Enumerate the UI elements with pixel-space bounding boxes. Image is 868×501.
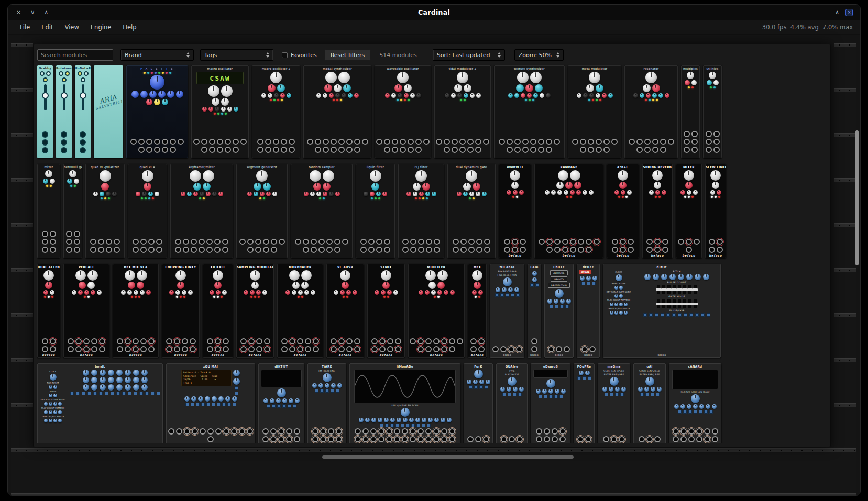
module-card[interactable]: evenVCObefaco bbox=[499, 164, 531, 258]
knob-icon bbox=[425, 290, 430, 295]
module-card[interactable]: utilities bbox=[703, 65, 722, 158]
module-card[interactable]: DUAL ATTENUVERTERbefaco bbox=[37, 264, 60, 358]
search-input[interactable] bbox=[37, 49, 113, 61]
module-card[interactable]: wavetable oscillator bbox=[375, 65, 431, 158]
jack-icon bbox=[696, 436, 702, 442]
module-body bbox=[57, 71, 71, 154]
module-card[interactable]: segment generator bbox=[236, 164, 288, 258]
module-card[interactable]: MIXERbefaco bbox=[676, 164, 702, 258]
module-card[interactable]: bordLCLOCKRUN RESETSTEPSKEY SCALE GATE S… bbox=[37, 363, 163, 443]
module-card[interactable]: Rotatoes bbox=[56, 65, 72, 158]
module-card[interactable]: A*B+Cbefaco bbox=[607, 164, 639, 258]
module-card[interactable]: SLEW LIMITERbefaco bbox=[705, 164, 726, 258]
menu-file[interactable]: File bbox=[14, 22, 36, 32]
module-card[interactable]: Grabby bbox=[37, 65, 53, 158]
app-badge-icon[interactable]: × bbox=[845, 9, 853, 16]
module-card[interactable]: dTrOYCLOCKRESET STEPSKEY SCALE GATE SLID… bbox=[603, 264, 721, 358]
module-card[interactable]: OUAIveTYPEPLAY MODEbIdoo bbox=[496, 363, 528, 443]
jack-icon bbox=[704, 428, 710, 435]
module-card[interactable]: multiples bbox=[681, 65, 700, 158]
module-card[interactable]: zOÙ MAÏPattern 0 : Track 0Steps/Len Spee… bbox=[166, 363, 255, 443]
favorites-checkbox[interactable] bbox=[282, 52, 288, 58]
zoom-dropdown[interactable]: Zoom: 50% bbox=[514, 49, 564, 61]
module-card[interactable]: modal synthesizer bbox=[303, 65, 371, 158]
knob-icon bbox=[503, 277, 512, 286]
jack-icon bbox=[66, 247, 72, 253]
module-card[interactable]: STMIXbefaco bbox=[367, 264, 405, 358]
module-card[interactable]: dFUZEdFUZEbIdoo bbox=[577, 264, 600, 358]
module-card[interactable]: quad VCA bbox=[128, 164, 167, 258]
window-close-icon[interactable]: × bbox=[16, 9, 21, 15]
module-card[interactable]: HEX MIX VCAbefaco bbox=[113, 264, 159, 358]
module-card[interactable]: SAMPLING MODULATORbefaco bbox=[236, 264, 274, 358]
module-label: UNI V/O FINE FM SCAN bbox=[392, 404, 419, 407]
vertical-scrollbar[interactable] bbox=[855, 130, 859, 265]
window-shade-icon[interactable]: ∨ bbox=[30, 9, 35, 15]
module-card[interactable]: cANARdREC G/T STRT LEN READbIdoo bbox=[669, 363, 721, 443]
module-card[interactable]: mixer bbox=[37, 164, 60, 258]
module-card[interactable]: KICKALLbefaco bbox=[203, 264, 233, 358]
module-card[interactable]: resonator bbox=[624, 65, 678, 158]
jack-icon bbox=[546, 247, 553, 253]
module-card[interactable]: ChUTEALTITUDEGRAVITYRESTITUTIONbIdoo bbox=[544, 264, 574, 358]
module-card[interactable]: LATebIdoo bbox=[528, 264, 541, 358]
module-card[interactable]: EQ filter bbox=[398, 164, 444, 258]
module-row: mixerbernoulli gatequad VC-polarizerquad… bbox=[37, 164, 827, 258]
module-card[interactable]: ForKbIdoo bbox=[464, 363, 493, 443]
knob-icon bbox=[354, 93, 359, 98]
led-icon bbox=[51, 296, 53, 298]
control-row bbox=[608, 196, 638, 198]
module-card[interactable]: dual dynamics gate bbox=[447, 164, 496, 258]
module-card[interactable]: CHOPPING KINKYbefaco bbox=[162, 264, 200, 358]
module-card[interactable]: meta modulator bbox=[568, 65, 621, 158]
control-row bbox=[578, 346, 598, 353]
module-card[interactable]: MUXLICERbefaco bbox=[408, 264, 465, 358]
module-card[interactable]: macro oscillatorCSAW bbox=[191, 65, 249, 158]
menu-engine[interactable]: Engine bbox=[85, 22, 117, 32]
module-card[interactable]: VC ADSRbefaco bbox=[326, 264, 364, 358]
module-card[interactable]: liquid filter bbox=[356, 164, 395, 258]
module-card[interactable]: liMonADeUNI V/O FINE FM SCANbIdoo bbox=[349, 363, 460, 443]
control-row: FM FREQ FINE bbox=[309, 370, 345, 372]
module-card[interactable]: POuPRebIdoo bbox=[574, 363, 595, 443]
module-card[interactable]: MORPHADERbefaco bbox=[277, 264, 323, 358]
module-card[interactable]: random sampler bbox=[291, 164, 353, 258]
menu-view[interactable]: View bbox=[59, 22, 85, 32]
brand-dropdown[interactable]: Brand bbox=[120, 49, 194, 61]
led-icon bbox=[656, 99, 658, 101]
module-card[interactable]: tidal modulator 2 bbox=[434, 65, 491, 158]
menu-edit[interactable]: Edit bbox=[36, 22, 59, 32]
sort-dropdown[interactable]: Sort: Last updated bbox=[433, 49, 505, 61]
menu-help[interactable]: Help bbox=[117, 22, 142, 32]
module-card[interactable]: ARIASALVATRICE bbox=[94, 65, 123, 158]
module-card[interactable]: texture synthesizer bbox=[494, 65, 565, 158]
knob-icon bbox=[687, 72, 694, 79]
jack-icon bbox=[74, 247, 80, 253]
favorites-label[interactable]: Favorites bbox=[291, 52, 317, 59]
knob-icon bbox=[263, 183, 271, 191]
jack-icon bbox=[376, 139, 382, 145]
module-card[interactable]: SPRING REVERBbefaco bbox=[642, 164, 673, 258]
module-card[interactable]: UnDuLaR bbox=[75, 65, 91, 158]
module-card[interactable]: bernoulli gate bbox=[63, 164, 82, 258]
titlebar-chevron-icon[interactable]: ∧ bbox=[835, 9, 839, 15]
jack-icon bbox=[240, 346, 247, 352]
module-card[interactable]: quad VC-polarizer bbox=[85, 164, 125, 258]
module-card[interactable]: MEXbefaco bbox=[468, 264, 487, 358]
tags-dropdown[interactable]: Tags bbox=[200, 49, 273, 61]
horizontal-scrollbar[interactable] bbox=[322, 455, 574, 459]
module-card[interactable]: tOCAnTeBPH BEATS BARFINE RESET RUNbIdoo bbox=[490, 264, 524, 358]
module-card[interactable]: macro oscillator 2 bbox=[252, 65, 300, 158]
module-card[interactable]: RAMPAGEbefaco bbox=[534, 164, 603, 258]
module-card[interactable]: PERCALLbefaco bbox=[63, 264, 109, 358]
module-card[interactable]: dIKT@TbIdoo bbox=[258, 363, 304, 443]
reset-filters-button[interactable]: Reset filters bbox=[324, 49, 371, 61]
module-card[interactable]: maGmaSTART LEN SPEEDFILTER FREQ RESbIdoo bbox=[598, 363, 630, 443]
window-unshade-icon[interactable]: ∧ bbox=[44, 9, 48, 15]
jack-icon bbox=[289, 139, 295, 145]
module-card[interactable]: eDsaroSbIdoo bbox=[531, 363, 570, 443]
module-card[interactable]: oAïSTART LEN SPEEDFILTER FREQ RESbIdoo bbox=[633, 363, 666, 443]
module-card[interactable]: P A L E T T E bbox=[126, 65, 188, 158]
module-card[interactable]: keyframer/mixer bbox=[170, 164, 233, 258]
module-card[interactable]: TiAREFM FREQ FINEbIdoo bbox=[307, 363, 346, 443]
